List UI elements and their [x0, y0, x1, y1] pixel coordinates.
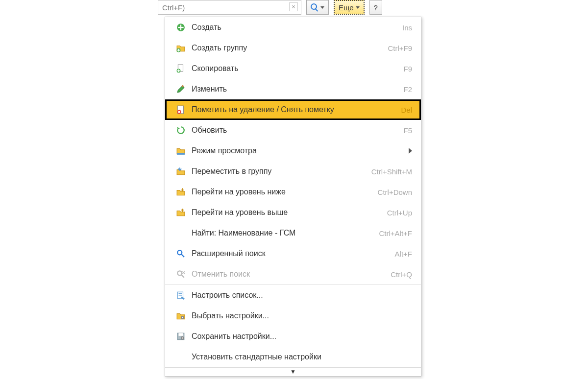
menu-item-shortcut: F2 — [403, 85, 412, 94]
menu-item[interactable]: Найти: Наименование - ГСМCtrl+Alt+F — [165, 223, 421, 243]
move-to-group-icon — [174, 167, 188, 176]
choose-settings-icon — [174, 311, 188, 320]
mark-delete-icon — [174, 105, 188, 114]
search-dropdown-button[interactable] — [306, 0, 329, 15]
save-settings-icon — [174, 332, 188, 341]
level-up-icon — [174, 208, 188, 217]
menu-item-shortcut: Ctrl+Q — [391, 270, 412, 279]
menu-item-shortcut: Ctrl+Up — [387, 209, 412, 217]
help-label: ? — [374, 3, 378, 12]
create-group-icon — [174, 44, 188, 52]
menu-item-shortcut: F9 — [403, 65, 412, 73]
menu-item-label: Отменить поиск — [188, 270, 391, 279]
edit-icon — [174, 85, 188, 94]
menu-item[interactable]: Отменить поискCtrl+Q — [165, 264, 421, 284]
menu-item-label: Скопировать — [188, 64, 403, 73]
configure-list-icon — [174, 291, 188, 300]
menu-item-label: Создать — [188, 23, 402, 32]
menu-item[interactable]: ИзменитьF2 — [165, 79, 421, 99]
help-button[interactable]: ? — [369, 0, 382, 15]
menu-item-label: Расширенный поиск — [188, 249, 395, 258]
menu-item-label: Изменить — [188, 85, 403, 94]
chevron-down-icon — [320, 6, 324, 9]
menu-item-label: Создать группу — [188, 44, 388, 52]
menu-item-label: Сохранить настройки... — [188, 332, 412, 341]
menu-item-label: Настроить список... — [188, 291, 412, 300]
menu-item-shortcut: Ctrl+Alt+F — [379, 229, 412, 237]
menu-item-shortcut: Ctrl+Down — [378, 188, 412, 196]
menu-item-shortcut: F5 — [403, 126, 412, 135]
menu-item[interactable]: СоздатьIns — [165, 17, 421, 38]
search-icon — [311, 3, 318, 11]
more-button[interactable]: Еще — [334, 0, 365, 15]
cancel-search-icon — [174, 270, 188, 279]
menu-item-shortcut: Alt+F — [395, 250, 412, 258]
menu-item-label: Пометить на удаление / Снять пометку — [188, 105, 401, 114]
menu-item-shortcut: Ctrl+Shift+M — [371, 167, 412, 176]
search-clear-button[interactable]: × — [289, 2, 298, 11]
menu-scroll-down-icon[interactable]: ▼ — [165, 367, 421, 376]
menu-item-label: Переместить в группу — [188, 167, 371, 176]
adv-search-icon — [174, 249, 188, 258]
view-mode-icon — [174, 146, 188, 155]
menu-item-shortcut: Ctrl+F9 — [388, 44, 412, 52]
menu-item-label: Обновить — [188, 126, 403, 135]
menu-item[interactable]: Сохранить настройки... — [165, 326, 421, 347]
menu-item[interactable]: Создать группуCtrl+F9 — [165, 38, 421, 58]
more-dropdown-menu: СоздатьInsСоздать группуCtrl+F9Скопирова… — [165, 17, 421, 377]
menu-item[interactable]: Режим просмотра — [165, 141, 421, 161]
menu-item-label: Установить стандартные настройки — [188, 353, 412, 361]
toolbar: × Еще ? — [158, 0, 382, 15]
menu-item[interactable]: Настроить список... — [165, 285, 421, 306]
menu-item[interactable]: Выбрать настройки... — [165, 306, 421, 326]
search-input[interactable] — [161, 3, 298, 12]
refresh-icon — [174, 126, 188, 135]
menu-item[interactable]: Расширенный поискAlt+F — [165, 243, 421, 264]
menu-item-shortcut: Del — [401, 106, 412, 114]
menu-item[interactable]: Установить стандартные настройки — [165, 347, 421, 367]
more-label: Еще — [339, 3, 354, 12]
menu-item[interactable]: Переместить в группуCtrl+Shift+M — [165, 161, 421, 182]
copy-icon — [174, 64, 188, 73]
chevron-down-icon — [356, 6, 360, 9]
menu-item-label: Найти: Наименование - ГСМ — [188, 229, 379, 237]
search-input-wrapper[interactable]: × — [158, 0, 301, 15]
menu-item[interactable]: Перейти на уровень нижеCtrl+Down — [165, 182, 421, 202]
chevron-right-icon — [409, 148, 412, 154]
level-down-icon — [174, 188, 188, 196]
menu-item-shortcut: Ins — [402, 24, 412, 32]
create-icon — [174, 23, 188, 32]
menu-item[interactable]: СкопироватьF9 — [165, 58, 421, 79]
menu-item-label: Выбрать настройки... — [188, 311, 412, 320]
menu-item[interactable]: ОбновитьF5 — [165, 120, 421, 141]
menu-item-label: Перейти на уровень выше — [188, 208, 387, 217]
menu-item-label: Режим просмотра — [188, 146, 405, 155]
menu-item[interactable]: Пометить на удаление / Снять пометкуDel — [165, 99, 421, 120]
menu-item-label: Перейти на уровень ниже — [188, 188, 378, 196]
menu-item[interactable]: Перейти на уровень вышеCtrl+Up — [165, 202, 421, 223]
